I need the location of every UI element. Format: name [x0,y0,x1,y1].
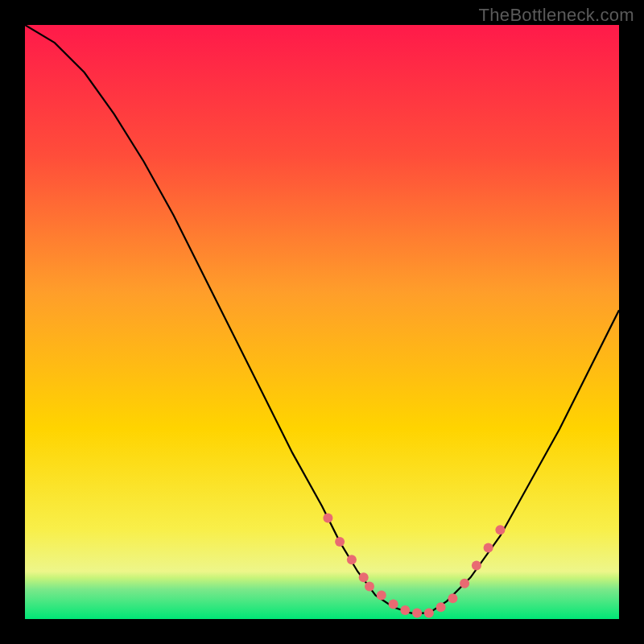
highlight-dot [448,593,457,603]
highlight-dot [323,514,332,523]
highlight-dot [359,572,369,582]
highlight-dot [335,537,345,547]
highlight-dot [436,602,446,612]
highlight-dot [365,581,374,591]
highlight-dot [495,525,505,535]
highlight-dot [347,555,357,564]
highlight-dot [460,579,469,588]
highlight-dot [424,609,434,618]
highlight-dot [400,605,410,615]
highlight-dot [377,591,386,601]
bottleneck-chart [25,25,619,619]
highlight-dot [484,543,493,552]
highlight-dot [412,609,422,618]
highlight-dot [472,561,481,571]
watermark-text: TheBottleneck.com [479,5,634,26]
highlight-dot [389,600,398,609]
